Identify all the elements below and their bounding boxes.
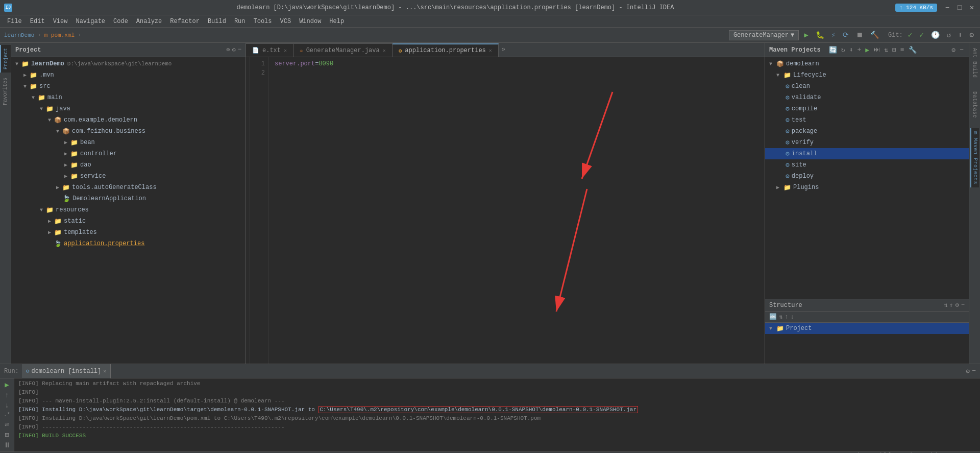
favorites-tab-strip[interactable]: Favorites: [1, 75, 10, 108]
tree-item-dao[interactable]: ▶ 📁 dao: [11, 159, 246, 171]
menu-vcs[interactable]: VCS: [276, 17, 296, 26]
maven-close-icon[interactable]: −: [959, 45, 965, 55]
maven-item-test[interactable]: ⚙ test: [765, 114, 969, 126]
database-strip[interactable]: Database: [971, 88, 978, 121]
maven-item-clean[interactable]: ⚙ clean: [765, 81, 969, 92]
run-play-button[interactable]: ▶: [5, 380, 9, 389]
maven-item-deploy[interactable]: ⚙ deploy: [765, 171, 969, 182]
tree-item-java[interactable]: ▼ 📁 java: [11, 103, 246, 114]
structure-gear-icon[interactable]: ⚙: [955, 301, 959, 309]
menu-file[interactable]: File: [3, 17, 26, 26]
structure-alpha-icon[interactable]: 🔤: [769, 313, 777, 321]
structure-down-icon[interactable]: ↓: [790, 314, 794, 321]
git-revert-icon[interactable]: ↺: [945, 30, 953, 40]
close-button[interactable]: ✕: [968, 4, 976, 12]
run-config-dropdown[interactable]: GenerateManager ▼: [729, 30, 799, 40]
menu-window[interactable]: Window: [295, 17, 325, 26]
menu-help[interactable]: Help: [325, 17, 348, 26]
tree-item-learndemo[interactable]: ▼ 📁 learnDemo D:\java\workSpace\git\lear…: [11, 58, 246, 69]
maven-projects-strip[interactable]: m Maven Projects: [970, 128, 979, 187]
tree-item-static[interactable]: ▶ 📁 static: [11, 216, 246, 227]
tab-appprops[interactable]: ⚙ application.properties ✕: [393, 43, 499, 57]
maven-toggle-icon[interactable]: ⇅: [883, 45, 889, 55]
tree-item-com-example[interactable]: ▼ 📦 com.example.demolern: [11, 114, 246, 126]
maven-item-demolearn[interactable]: ▼ 📦 demolearn: [765, 58, 969, 69]
run-tab-install[interactable]: ⚙ demolearn [install] ✕: [22, 364, 111, 378]
nav-breadcrumb-learndemo[interactable]: learnDemo: [4, 32, 34, 38]
coverage-button[interactable]: ⚡: [829, 30, 838, 40]
tree-item-main[interactable]: ▼ 📁 main: [11, 92, 246, 103]
menu-refactor[interactable]: Refactor: [166, 17, 204, 26]
tree-item-templates[interactable]: ▶ 📁 templates: [11, 227, 246, 238]
maven-item-validate[interactable]: ⚙ validate: [765, 92, 969, 103]
menu-tools[interactable]: Tools: [250, 17, 276, 26]
project-minimize-icon[interactable]: −: [238, 46, 241, 54]
tab-etxt-close[interactable]: ✕: [284, 47, 287, 54]
structure-item-project[interactable]: ▼ 📁 Project: [765, 323, 969, 334]
project-tab-strip[interactable]: Project: [0, 45, 11, 73]
menu-build[interactable]: Build: [204, 17, 230, 26]
maven-item-package[interactable]: ⚙ package: [765, 126, 969, 137]
build-button[interactable]: 🔨: [868, 30, 881, 40]
maximize-button[interactable]: □: [955, 4, 964, 12]
tab-appprops-close[interactable]: ✕: [489, 47, 492, 54]
menu-analyze[interactable]: Analyze: [132, 17, 166, 26]
menu-code[interactable]: Code: [109, 17, 132, 26]
maven-item-install[interactable]: ⚙ install: [765, 148, 969, 159]
maven-reimport-icon[interactable]: ↻: [840, 45, 846, 55]
maven-run-icon[interactable]: ▶: [864, 45, 870, 55]
tree-item-demoapp[interactable]: ▶ 🍃 DemolearnApplication: [11, 193, 246, 204]
run-wrap-button[interactable]: ⇌: [5, 420, 9, 428]
structure-filter-icon[interactable]: ⇅: [779, 313, 782, 321]
maven-item-compile[interactable]: ⚙ compile: [765, 103, 969, 114]
tree-item-bean[interactable]: ▶ 📁 bean: [11, 137, 246, 148]
maven-gear-icon[interactable]: ⚙: [950, 45, 957, 55]
run-scroll-down-button[interactable]: ↓: [5, 401, 9, 410]
menu-run[interactable]: Run: [230, 17, 250, 26]
minimize-button[interactable]: −: [943, 4, 951, 12]
structure-up-icon[interactable]: ↑: [785, 314, 788, 321]
maven-item-lifecycle[interactable]: ▼ 📁 Lifecycle: [765, 69, 969, 81]
tab-generatemanager-close[interactable]: ✕: [383, 47, 386, 54]
ant-build-strip[interactable]: Ant Build: [971, 45, 978, 81]
tree-item-com-feizhou[interactable]: ▼ 📦 com.feizhou.business: [11, 126, 246, 137]
run-output[interactable]: [INFO] Replacing main artifact with repa…: [14, 378, 980, 451]
maven-filter-icon[interactable]: ≡: [899, 45, 905, 55]
code-area[interactable]: server.port=8090: [268, 57, 765, 364]
menu-view[interactable]: View: [49, 17, 72, 26]
project-scroll-icon[interactable]: ⊕: [226, 46, 230, 54]
structure-sort-icon[interactable]: ⇅: [944, 301, 947, 309]
stop-button[interactable]: ⏹: [854, 30, 865, 40]
maven-item-verify[interactable]: ⚙ verify: [765, 137, 969, 148]
tree-item-resources[interactable]: ▼ 📁 resources: [11, 204, 246, 216]
maven-download-icon[interactable]: ⬇: [848, 45, 854, 55]
run-settings-icon[interactable]: ⚙: [966, 367, 970, 375]
nav-breadcrumb-pom[interactable]: m pom.xml: [44, 32, 75, 38]
tab-generatemanager[interactable]: ☕ GenerateManager.java ✕: [293, 43, 393, 57]
git-ok-icon[interactable]: ✓: [917, 30, 925, 40]
run-regex-button[interactable]: .*: [4, 412, 10, 418]
run-pause-button[interactable]: ⏸: [4, 441, 11, 449]
run-button[interactable]: ▶: [802, 30, 810, 40]
tree-item-appprops[interactable]: ▶ 🍃 application.properties: [11, 238, 246, 249]
project-gear-icon[interactable]: ⚙: [232, 46, 236, 54]
maven-refresh-icon[interactable]: 🔄: [828, 45, 838, 55]
run-scroll-up-button[interactable]: ↑: [5, 391, 9, 399]
git-push-icon[interactable]: ⬆: [956, 30, 964, 40]
tree-item-mvn[interactable]: ▶ 📁 .mvn: [11, 69, 246, 81]
structure-minimize-icon[interactable]: −: [961, 301, 965, 309]
git-history-icon[interactable]: 🕐: [929, 30, 942, 40]
menu-edit[interactable]: Edit: [26, 17, 49, 26]
maven-skip-icon[interactable]: ⏭: [872, 45, 881, 55]
tree-item-service[interactable]: ▶ 📁 service: [11, 171, 246, 182]
run-tab-close[interactable]: ✕: [103, 368, 106, 374]
tree-item-src[interactable]: ▼ 📁 src: [11, 81, 246, 92]
debug-button[interactable]: 🐛: [814, 30, 826, 40]
menu-navigate[interactable]: Navigate: [71, 17, 109, 26]
profile-button[interactable]: ⟳: [841, 30, 851, 40]
maven-settings-icon[interactable]: 🔧: [908, 45, 918, 55]
run-tree-button[interactable]: ⊞: [5, 431, 9, 439]
maven-columns-icon[interactable]: ⊞: [891, 45, 897, 55]
tab-etxt[interactable]: 📄 e.txt ✕: [246, 43, 293, 57]
structure-expand-icon[interactable]: ⇑: [949, 301, 953, 309]
